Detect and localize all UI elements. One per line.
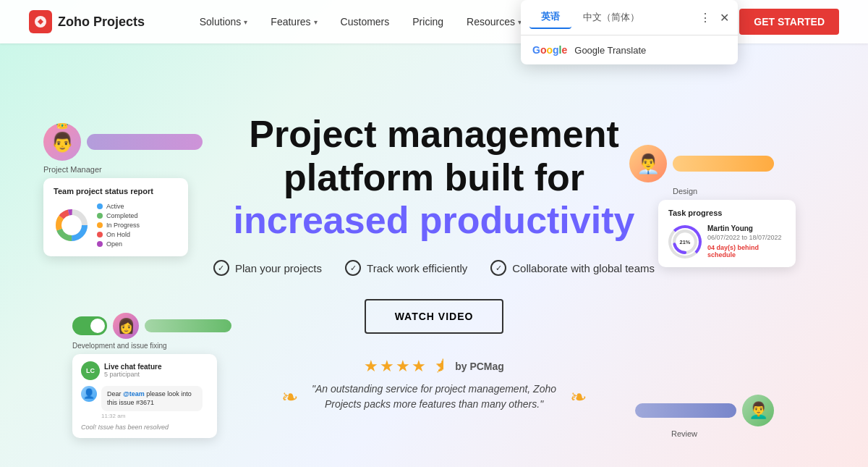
development-label: Development and issue fixing [72,342,231,350]
chat-card: LC Live chat feature 5 participant 👤 Dea… [72,354,217,438]
chevron-down-icon: ▾ [244,18,247,26]
rating-source: by PCMag [455,361,504,372]
donut-chart [54,207,90,243]
laurel-right-icon: ❧ [570,385,587,409]
logo-icon [29,10,52,33]
review-bar [635,403,736,418]
chat-message-row: 👤 Dear @team please look into this issue… [81,386,208,419]
nav-resources[interactable]: Resources ▾ [467,16,522,28]
hero-features: ✓ Plan your projects ✓ Track work effici… [213,260,655,276]
design-label: Design [673,187,796,195]
chat-title: Live chat feature [104,363,161,371]
dev-avatar: 👩 [113,313,139,339]
watch-video-button[interactable]: WATCH VIDEO [365,299,504,334]
legend-active: Active [97,203,140,210]
feature-plan: ✓ Plan your projects [213,260,322,276]
development-card: 👩 Development and issue fixing LC Live c… [72,313,231,438]
review-label: Review [671,429,774,438]
task-row: 21% Martin Young 06/07/2022 to 18/07/202… [668,224,786,258]
rating-section: ★★★★ ⯨ by PCMag ❧ "An outstanding servic… [281,357,587,412]
tab-chinese[interactable]: 中文（简体） [571,7,651,28]
design-card: 👨‍💼 Design Task progress 21% Martin Youn… [629,145,796,267]
logo-text: Zoho Projects [58,14,145,30]
legend-open: Open [97,240,140,248]
task-date-range: 06/07/2022 to 18/07/2022 [707,234,786,241]
task-card-title: Task progress [668,209,786,217]
legend-completed: Completed [97,212,140,219]
project-manager-card: 👨 👑 Project Manager Team project status … [43,123,203,256]
review-avatar: 👨‍🦱 [742,395,774,426]
svg-text:21%: 21% [680,239,691,245]
in-progress-dot [97,222,103,228]
chat-resolved: Cool! Issue has been resolved [81,424,208,431]
chat-message-bubble: Dear @team please look into this issue #… [101,386,203,411]
pm-avatar: 👨 👑 [43,123,81,161]
translate-header-icons: ⋮ ✕ [699,11,729,25]
task-progress-circle: 21% [668,225,702,258]
legend-in-progress: In Progress [97,222,140,229]
feature-track: ✓ Track work efficiently [345,260,467,276]
progress-ring: 21% [671,225,699,258]
pm-status-bar [87,134,203,150]
review-card: 👨‍🦱 Review [635,395,774,438]
task-assignee: Martin Young [707,224,786,232]
check-icon: ✓ [213,260,229,276]
laurel-left-icon: ❧ [281,385,298,409]
completed-dot [97,213,103,219]
nav-features[interactable]: Features ▾ [271,16,317,28]
star-rating: ★★★★ [364,357,427,376]
translate-service-label: Google Translate [574,45,646,56]
task-behind-schedule: 04 day(s) behind schedule [707,244,786,258]
chat-badge: LC [81,361,100,380]
dev-toggle-row: 👩 [72,313,231,339]
tab-english[interactable]: 英语 [529,6,571,29]
team-mention: @team [123,390,145,397]
quote-container: ❧ "An outstanding service for project ma… [281,382,587,412]
chat-timestamp: 11:32 am [101,413,203,419]
status-chart-row: Active Completed In Progress On Hold Ope… [54,203,178,248]
design-avatar-row: 👨‍💼 [629,145,796,182]
translate-popup: 英语 中文（简体） ⋮ ✕ Google Google Translate [521,0,738,64]
task-info: Martin Young 06/07/2022 to 18/07/2022 04… [707,224,786,258]
more-options-icon[interactable]: ⋮ [699,11,711,25]
translate-body: Google Google Translate [521,35,738,64]
close-icon[interactable]: ✕ [720,11,729,25]
design-status-bar [673,156,774,172]
rating-quote: "An outstanding service for project mana… [304,382,564,412]
nav-customers[interactable]: Customers [341,16,390,28]
design-avatar: 👨‍💼 [629,145,667,182]
check-icon: ✓ [345,260,361,276]
hero-title: Project management platform built for in… [234,113,635,243]
chat-participants: 5 participant [104,371,161,378]
chat-title-info: Live chat feature 5 participant [104,363,161,378]
get-started-button[interactable]: GET STARTED [739,9,839,35]
nav-pricing[interactable]: Pricing [412,16,443,28]
dev-status-bar [145,319,231,332]
stars-row: ★★★★ ⯨ by PCMag [364,357,504,376]
navbar: Zoho Projects Solutions ▾ Features ▾ Cus… [0,0,868,43]
status-card-title: Team project status report [54,187,178,195]
legend-on-hold: On Hold [97,231,140,238]
task-progress-card: Task progress 21% Martin Young 06/07/202… [658,200,796,267]
open-dot [97,241,103,247]
toggle-knob [90,319,105,333]
status-legend: Active Completed In Progress On Hold Ope… [97,203,140,248]
review-avatar-row: 👨‍🦱 [635,395,774,426]
google-logo: Google [532,44,567,56]
active-dot [97,203,103,209]
translate-header: 英语 中文（简体） ⋮ ✕ [521,0,738,35]
logo[interactable]: Zoho Projects [29,10,145,33]
project-manager-label: Project Manager [43,165,203,174]
dev-toggle[interactable] [72,316,107,335]
check-icon: ✓ [490,260,506,276]
on-hold-dot [97,232,103,237]
nav-solutions[interactable]: Solutions ▾ [200,16,248,28]
pm-avatar-row: 👨 👑 [43,123,203,161]
crown-icon: 👑 [55,123,69,130]
chat-header: LC Live chat feature 5 participant [81,361,208,380]
chat-user-avatar: 👤 [81,386,97,402]
status-report-card: Team project status report Active Comple… [43,178,188,256]
chevron-down-icon: ▾ [314,18,318,26]
chat-bubble-container: Dear @team please look into this issue #… [101,386,203,419]
